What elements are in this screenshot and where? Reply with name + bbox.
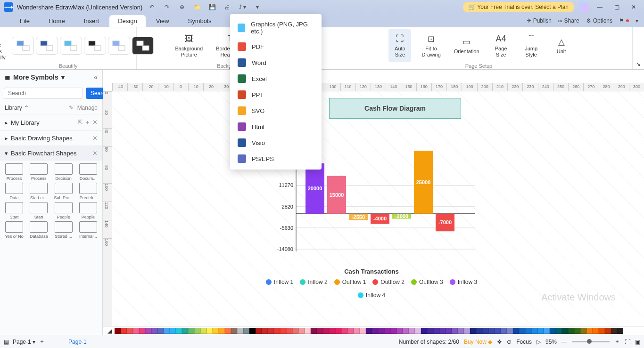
shape-palette-item[interactable]: Predefi... [77, 183, 99, 200]
color-swatch[interactable] [243, 328, 249, 334]
color-swatch[interactable] [403, 328, 409, 334]
color-swatch[interactable] [200, 328, 206, 334]
shape-palette-item[interactable]: Docum... [77, 163, 99, 181]
color-swatch[interactable] [256, 328, 262, 334]
color-swatch[interactable] [323, 328, 329, 334]
color-swatch[interactable] [268, 328, 274, 334]
color-swatch[interactable] [574, 328, 580, 334]
edit-icon[interactable]: ✎ [69, 105, 74, 111]
basicflowchart-section[interactable]: ▾ Basic Flowchart Shapes✕ [0, 146, 102, 161]
color-swatch[interactable] [335, 328, 341, 334]
shape-palette-item[interactable]: Data [3, 183, 25, 200]
color-swatch[interactable] [170, 328, 176, 334]
color-swatch[interactable] [347, 328, 354, 334]
color-swatch[interactable] [133, 328, 139, 334]
color-swatch[interactable] [213, 328, 219, 334]
color-swatch[interactable] [384, 328, 390, 334]
fullscreen-icon[interactable]: ▣ [635, 339, 640, 345]
page-select[interactable]: Page-1 ▾ [13, 339, 35, 345]
color-swatch[interactable] [176, 328, 182, 334]
color-swatch[interactable] [317, 328, 323, 334]
shape-palette-item[interactable]: Sub Pro... [52, 183, 75, 200]
canvas[interactable]: Cash Flow Diagram -14080-563028201127020… [112, 91, 644, 326]
color-swatch[interactable] [274, 328, 280, 334]
color-swatch[interactable] [482, 328, 488, 334]
shape-palette-item[interactable]: Decision [52, 163, 75, 181]
autosize-button[interactable]: ⛶Auto Size [388, 29, 411, 62]
color-swatch[interactable] [488, 328, 495, 334]
shape-palette-item[interactable]: Yes or No [3, 221, 25, 239]
color-swatch[interactable] [501, 328, 507, 334]
maximize-button[interactable]: ▢ [610, 1, 623, 13]
bg-picture-button[interactable]: 🖼Background Picture [172, 29, 206, 62]
pages-icon[interactable]: ▤ [4, 339, 9, 345]
color-swatch[interactable] [164, 328, 170, 334]
library-label[interactable]: Library [5, 105, 22, 111]
fit-drawing-button[interactable]: ⊡Fit to Drawing [419, 29, 443, 62]
color-swatch[interactable] [219, 328, 225, 334]
shape-palette-item[interactable]: People [77, 202, 99, 219]
shape-palette-item[interactable]: Start [27, 202, 50, 219]
export-option[interactable]: Excel [230, 71, 322, 87]
menu-overflow-icon[interactable]: ▾ [636, 17, 638, 24]
redo-icon[interactable]: ↷ [161, 1, 173, 13]
close-icon[interactable]: ✕ [92, 135, 98, 142]
notifications-icon[interactable]: ⚑ [619, 17, 629, 24]
color-swatch[interactable] [366, 328, 372, 334]
color-swatch[interactable] [286, 328, 292, 334]
more-symbols-title[interactable]: More Symbols [13, 73, 58, 81]
color-swatch[interactable] [421, 328, 427, 334]
export-option[interactable]: Word [230, 55, 322, 71]
avatar[interactable] [578, 1, 589, 13]
color-swatch[interactable] [611, 328, 617, 334]
mylibrary-section[interactable]: ▸ My Library ⇱ ＋ ✕ [0, 114, 102, 130]
menu-view[interactable]: View [148, 15, 178, 27]
color-swatch[interactable] [145, 328, 151, 334]
color-swatch[interactable] [341, 328, 347, 334]
color-swatch[interactable] [446, 328, 452, 334]
save-icon[interactable]: 💾 [206, 1, 218, 13]
color-swatch[interactable] [249, 328, 256, 334]
theme-swatch-1[interactable] [12, 37, 34, 55]
export-option[interactable]: Html [230, 119, 322, 135]
import-icon[interactable]: ⇱ [78, 119, 83, 126]
color-swatch[interactable] [157, 328, 164, 334]
color-swatch[interactable] [580, 328, 586, 334]
color-swatch[interactable] [378, 328, 384, 334]
publish-button[interactable]: ✈ Publish [527, 17, 552, 24]
color-swatch[interactable] [390, 328, 396, 334]
collapse-panel-icon[interactable]: « [94, 73, 98, 81]
buy-now-link[interactable]: Buy Now ◆ [464, 339, 492, 345]
color-swatch[interactable] [470, 328, 476, 334]
theme-swatch-3[interactable] [60, 37, 82, 55]
color-swatch[interactable] [354, 328, 360, 334]
export-option[interactable]: Graphics (PNG, JPG etc.) [230, 17, 322, 39]
color-swatch[interactable] [409, 328, 415, 334]
color-swatch[interactable] [329, 328, 335, 334]
color-swatch[interactable] [495, 328, 501, 334]
layers-icon[interactable]: ❖ [497, 339, 502, 345]
color-swatch[interactable] [292, 328, 298, 334]
close-button[interactable]: ✕ [627, 1, 640, 13]
color-swatch[interactable] [127, 328, 133, 334]
undo-icon[interactable]: ↶ [146, 1, 157, 13]
theme-swatch-2[interactable] [36, 37, 58, 55]
share-button[interactable]: ∞ Share [558, 17, 579, 24]
menu-file[interactable]: File [11, 15, 38, 27]
focus-label[interactable]: Focus [516, 339, 532, 345]
chart-title[interactable]: Cash Flow Diagram [329, 98, 461, 119]
color-swatch[interactable] [311, 328, 317, 334]
color-swatch[interactable] [206, 328, 213, 334]
color-swatch[interactable] [182, 328, 188, 334]
ribbon-expand-icon[interactable]: ↘ [636, 61, 641, 67]
color-swatch[interactable] [531, 328, 537, 334]
color-swatch[interactable] [562, 328, 568, 334]
color-swatch[interactable] [586, 328, 593, 334]
color-swatch[interactable] [225, 328, 231, 334]
shape-palette-item[interactable]: Process [27, 163, 50, 181]
color-swatch[interactable] [617, 328, 623, 334]
color-swatch[interactable] [305, 328, 311, 334]
jumpstyle-button[interactable]: ⌒Jump Style [520, 29, 543, 62]
print-icon[interactable]: 🖨 [222, 1, 233, 13]
color-swatch[interactable] [188, 328, 194, 334]
